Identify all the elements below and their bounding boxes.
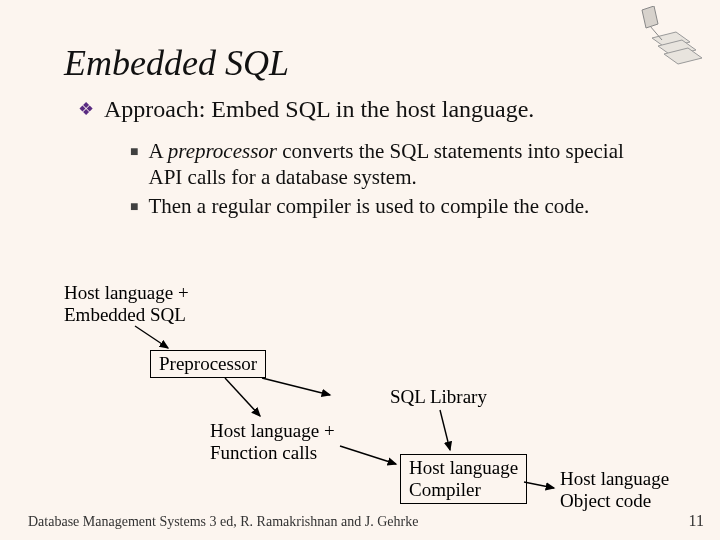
footer-text: Database Management Systems 3 ed, R. Ram… <box>28 514 418 530</box>
svg-line-7 <box>262 378 330 395</box>
svg-line-5 <box>135 326 168 348</box>
svg-line-10 <box>524 482 554 488</box>
svg-line-9 <box>440 410 450 450</box>
diagram-arrows <box>0 0 720 540</box>
page-number: 11 <box>689 512 704 530</box>
svg-line-6 <box>225 378 260 416</box>
svg-line-8 <box>340 446 396 464</box>
